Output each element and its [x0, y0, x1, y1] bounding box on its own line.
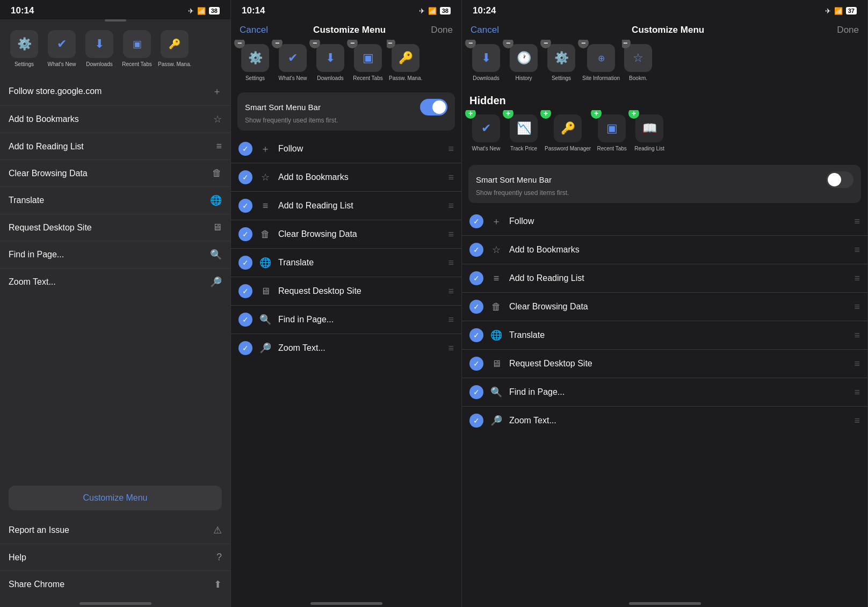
p2-citem-follow[interactable]: ✓ ＋ Follow ≡ [231, 135, 461, 163]
zoomtext-icon-2: 🔎 [259, 342, 272, 354]
p2-citem-translate[interactable]: ✓ 🌐 Translate ≡ [231, 249, 461, 277]
cancel-button-3[interactable]: Cancel [471, 25, 499, 35]
bookmarks-label-2: Add to Bookmarks [278, 172, 442, 182]
p2-citem-clearbrowsing[interactable]: ✓ 🗑 Clear Browsing Data ≡ [231, 220, 461, 249]
p3-check-zoomtext: ✓ [469, 414, 483, 428]
p3-hidden-whatsnew[interactable]: + ✔ What's New [467, 110, 505, 156]
icon-password[interactable]: 🔑 Passw. Mana. [156, 26, 193, 72]
done-button-3[interactable]: Done [837, 25, 859, 35]
check-readinglist: ✓ [238, 199, 252, 213]
settings-label: Settings [15, 61, 34, 68]
p3-citem-zoomtext[interactable]: ✓ 🔎 Zoom Text... ≡ [462, 407, 867, 435]
p2-citem-findinpage[interactable]: ✓ 🔍 Find in Page... ≡ [231, 306, 461, 334]
translate-icon: 🌐 [210, 194, 222, 206]
icon-whatsnew[interactable]: ✔ What's New [43, 26, 81, 72]
p2-citem-zoomtext[interactable]: ✓ 🔎 Zoom Text... ≡ [231, 334, 461, 362]
drag-icon-clearbrowsing: ≡ [448, 229, 454, 240]
p3-hidden-recenttabs[interactable]: + ▣ Recent Tabs [593, 110, 631, 156]
p3-requestdesktop-icon: 🖥 [490, 358, 503, 370]
p3-clearbrowsing-icon: 🗑 [490, 301, 503, 313]
check-translate: ✓ [238, 256, 252, 270]
smart-sort-toggle-2[interactable] [420, 99, 447, 115]
p3-icon-siteinfo[interactable]: − ⊕ Site Information [580, 40, 622, 86]
menu-readinglist[interactable]: Add to Reading List ≡ [0, 133, 230, 160]
p3-bookmarks-label: Add to Bookmarks [509, 245, 848, 255]
p3-citem-bookmarks[interactable]: ✓ ☆ Add to Bookmarks ≡ [462, 236, 867, 264]
p3-drag-zoomtext: ≡ [854, 415, 860, 427]
p3-icon-settings[interactable]: − ⚙️ Settings [542, 40, 580, 86]
whatsnew-label: What's New [47, 61, 76, 68]
drag-icon-readinglist: ≡ [448, 200, 454, 212]
p3-citem-readinglist[interactable]: ✓ ≡ Add to Reading List ≡ [462, 264, 867, 293]
translate-label-2: Translate [278, 258, 442, 268]
customize-menu-button[interactable]: Customize Menu [9, 486, 222, 510]
wifi-icon-2: 📶 [428, 7, 437, 15]
p2-whatsnew-label: What's New [278, 75, 307, 82]
check-bookmarks: ✓ [238, 170, 252, 184]
menu-help[interactable]: Help ? [0, 544, 230, 571]
p3-hidden-trackprice[interactable]: + 📉 Track Price [505, 110, 542, 156]
menu-bookmarks[interactable]: Add to Bookmarks ☆ [0, 106, 230, 133]
home-indicator-3 [629, 602, 701, 605]
whatsnew-icon-box: ✔ [48, 30, 76, 58]
p2-icon-passw[interactable]: − 🔑 Passw. Mana. [387, 40, 424, 86]
menu-clearbrowsing[interactable]: Clear Browsing Data 🗑 [0, 160, 230, 187]
bookmarks-label: Add to Bookmarks [9, 114, 79, 124]
p3-drag-findinpage: ≡ [854, 387, 860, 398]
recenttabs-label: Recent Tabs [122, 61, 151, 68]
findinpage-label: Find in Page... [9, 250, 64, 259]
p3-hidden-readinglist[interactable]: + 📖 Reading List [631, 110, 668, 156]
menu-reportissue[interactable]: Report an Issue ⚠ [0, 517, 230, 544]
p2-citem-readinglist[interactable]: ✓ ≡ Add to Reading List ≡ [231, 192, 461, 220]
p2-passw-box: 🔑 [392, 44, 419, 72]
p3-citem-translate[interactable]: ✓ 🌐 Translate ≡ [462, 321, 867, 350]
p2-icon-recenttabs[interactable]: − ▣ Recent Tabs [349, 40, 387, 86]
p3-check-follow: ✓ [469, 214, 483, 228]
menu-translate[interactable]: Translate 🌐 [0, 187, 230, 214]
status-icons-2: ✈ 📶 38 [419, 7, 451, 15]
menu-zoomtext[interactable]: Zoom Text... 🔎 [0, 269, 230, 295]
p3-whatsnew-label-h: What's New [472, 146, 500, 152]
p3-icon-bookmarks[interactable]: − ☆ Bookm. [622, 40, 654, 86]
done-button-2[interactable]: Done [431, 25, 453, 35]
p2-citem-requestdesktop[interactable]: ✓ 🖥 Request Desktop Site ≡ [231, 277, 461, 306]
p3-zoomtext-icon: 🔎 [490, 415, 503, 427]
follow-label-2: Follow [278, 144, 442, 154]
p3-icon-history[interactable]: − 🕐 History [505, 40, 542, 86]
readinglist-icon: ≡ [216, 141, 222, 152]
p3-citem-findinpage[interactable]: ✓ 🔍 Find in Page... ≡ [462, 378, 867, 407]
p3-citem-clearbrowsing[interactable]: ✓ 🗑 Clear Browsing Data ≡ [462, 293, 867, 321]
cancel-button-2[interactable]: Cancel [240, 25, 268, 35]
findinpage-icon-2: 🔍 [259, 314, 272, 326]
p2-icon-settings[interactable]: − ⚙️ Settings [236, 40, 274, 86]
p2-icon-whatsnew[interactable]: − ✔ What's New [274, 40, 312, 86]
nav-title-2: Customize Menu [313, 25, 386, 35]
menu-sharechrome[interactable]: Share Chrome ⬆ [0, 571, 230, 598]
bookmarks-icon: ☆ [213, 113, 222, 125]
p2-citem-bookmarks[interactable]: ✓ ☆ Add to Bookmarks ≡ [231, 163, 461, 192]
follow-label: Follow store.google.com [9, 86, 102, 96]
p2-icon-downloads[interactable]: − ⬇ Downloads [312, 40, 349, 86]
menu-requestdesktop[interactable]: Request Desktop Site 🖥 [0, 214, 230, 241]
menu-findinpage[interactable]: Find in Page... 🔍 [0, 241, 230, 269]
wifi-icon-3: 📶 [834, 7, 843, 15]
p3-hidden-passw[interactable]: + 🔑 Password Manager [542, 110, 593, 156]
time-3: 10:24 [473, 5, 496, 16]
p2-downloads-box: ⬇ [316, 44, 344, 72]
p3-drag-readinglist: ≡ [854, 273, 860, 284]
translate-label: Translate [9, 196, 44, 205]
p3-citem-follow[interactable]: ✓ ＋ Follow ≡ [462, 207, 867, 236]
p2-recenttabs-box: ▣ [354, 44, 382, 72]
menu-follow[interactable]: Follow store.google.com ＋ [0, 77, 230, 106]
icon-downloads[interactable]: ⬇ Downloads [81, 26, 118, 72]
nav-title-3: Customize Menu [632, 25, 704, 35]
time-1: 10:14 [11, 5, 34, 16]
p3-icon-downloads[interactable]: − ⬇ Downloads [467, 40, 505, 86]
p3-citem-requestdesktop[interactable]: ✓ 🖥 Request Desktop Site ≡ [462, 350, 867, 378]
password-label: Passw. Mana. [158, 61, 191, 68]
airplane-icon: ✈ [188, 7, 194, 15]
icon-settings[interactable]: ⚙️ Settings [5, 26, 43, 72]
smart-sort-toggle-3[interactable] [826, 171, 853, 188]
icon-recenttabs[interactable]: ▣ Recent Tabs [118, 26, 156, 72]
check-requestdesktop: ✓ [238, 284, 252, 298]
